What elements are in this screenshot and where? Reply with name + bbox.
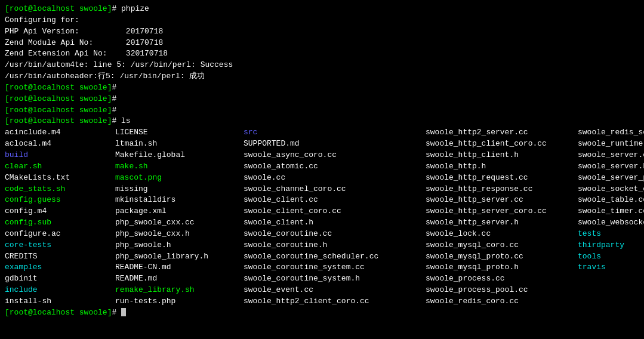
- list-item: swoole_client.h: [244, 217, 426, 229]
- line-autoheader: /usr/bin/autoheader:行5: /usr/bin/perl: 成…: [5, 71, 639, 82]
- list-item: tests: [578, 229, 644, 240]
- list-item: config.m4: [5, 206, 115, 217]
- list-item: mkinstalldirs: [115, 195, 244, 206]
- list-item: CREDITS: [5, 251, 115, 263]
- list-item: swoole_http.h: [426, 161, 578, 172]
- list-item: swoole_timer.cc: [578, 206, 644, 217]
- list-item: swoole_socket_coro.cc: [578, 184, 644, 195]
- cursor: [121, 308, 126, 316]
- line-ls-cmd: [root@localhost swoole]# ls: [5, 116, 639, 127]
- list-item: LICENSE: [115, 127, 244, 138]
- list-item: swoole_client.cc: [244, 195, 426, 206]
- list-item: missing: [115, 184, 244, 195]
- list-item: swoole_mysql_proto.h: [426, 262, 578, 273]
- list-item: php_swoole_cxx.h: [115, 229, 244, 240]
- list-item: run-tests.php: [115, 296, 244, 307]
- list-item: swoole.cc: [244, 172, 426, 184]
- list-item: swoole_process.cc: [426, 273, 578, 285]
- list-item: thirdparty: [578, 240, 644, 251]
- list-item: swoole_async_coro.cc: [244, 150, 426, 161]
- list-item: swoole_http_request.cc: [426, 172, 578, 184]
- list-item: swoole_mysql_proto.cc: [426, 251, 578, 263]
- list-item: swoole_server.h: [578, 161, 644, 172]
- list-item: [578, 273, 644, 285]
- list-item: php_swoole_library.h: [115, 251, 244, 263]
- list-item: gdbinit: [5, 273, 115, 285]
- list-item: aclocal.m4: [5, 138, 115, 150]
- list-item: clear.sh: [5, 161, 115, 172]
- list-item: swoole_coroutine.cc: [244, 229, 426, 240]
- line-blank2: [root@localhost swoole]#: [5, 94, 639, 105]
- list-item: php_swoole.h: [115, 240, 244, 251]
- list-item: configure.ac: [5, 229, 115, 240]
- list-item: travis: [578, 262, 644, 273]
- line-phpize: [root@localhost swoole]# phpize: [5, 4, 639, 15]
- ls-output: acinclude.m4 LICENSE src swoole_http2_se…: [5, 127, 639, 307]
- list-item: examples: [5, 262, 115, 273]
- line-autom4te: /usr/bin/autom4te: line 5: /usr/bin/perl…: [5, 60, 639, 71]
- list-item: swoole_server.cc: [578, 150, 644, 161]
- terminal: [root@localhost swoole]# phpize Configur…: [0, 0, 644, 322]
- list-item: swoole_coroutine_scheduler.cc: [244, 251, 426, 263]
- list-item: SUPPORTED.md: [244, 138, 426, 150]
- list-item: package.xml: [115, 206, 244, 217]
- list-item: swoole_http_server_coro.cc: [426, 206, 578, 217]
- list-item: php_swoole_cxx.cc: [115, 217, 244, 229]
- list-item: mascot.png: [115, 172, 244, 184]
- list-item: core-tests: [5, 240, 115, 251]
- list-item: swoole_lock.cc: [426, 229, 578, 240]
- list-item: tools: [578, 251, 644, 263]
- line-zend-ext: Zend Extension Api No: 320170718: [5, 48, 639, 60]
- list-item: make.sh: [115, 161, 244, 172]
- list-item: [578, 285, 644, 296]
- list-item: README-CN.md: [115, 262, 244, 273]
- list-item: CMakeLists.txt: [5, 172, 115, 184]
- list-item: swoole_channel_coro.cc: [244, 184, 426, 195]
- list-item: swoole_runtime.cc: [578, 138, 644, 150]
- list-item: swoole_http_server.h: [426, 217, 578, 229]
- list-item: swoole_http2_client_coro.cc: [244, 296, 426, 307]
- list-item: swoole_process_pool.cc: [426, 285, 578, 296]
- list-item: swoole_server_port.cc: [578, 172, 644, 184]
- list-item: swoole_coroutine.h: [244, 240, 426, 251]
- list-item: config.sub: [5, 217, 115, 229]
- list-item: swoole_atomic.cc: [244, 161, 426, 172]
- list-item: swoole_coroutine_system.h: [244, 273, 426, 285]
- line-blank3: [root@localhost swoole]#: [5, 105, 639, 116]
- list-item: swoole_http_server.cc: [426, 195, 578, 206]
- list-item: src: [244, 127, 426, 138]
- final-prompt[interactable]: [root@localhost swoole]#: [5, 307, 639, 319]
- line-blank1: [root@localhost swoole]#: [5, 82, 639, 94]
- list-item: Makefile.global: [115, 150, 244, 161]
- list-item: swoole_redis_coro.cc: [426, 296, 578, 307]
- list-item: ltmain.sh: [115, 138, 244, 150]
- list-item: swoole_event.cc: [244, 285, 426, 296]
- list-item: swoole_table.cc: [578, 195, 644, 206]
- list-item: include: [5, 285, 115, 296]
- list-item: README.md: [115, 273, 244, 285]
- list-item: [578, 296, 644, 307]
- line-zend-module: Zend Module Api No: 20170718: [5, 38, 639, 49]
- list-item: swoole_websocket_server.cc: [578, 217, 644, 229]
- list-item: install-sh: [5, 296, 115, 307]
- list-item: swoole_http_client.h: [426, 150, 578, 161]
- line-configuring: Configuring for:: [5, 15, 639, 26]
- list-item: swoole_http_response.cc: [426, 184, 578, 195]
- list-item: swoole_http_client_coro.cc: [426, 138, 578, 150]
- list-item: build: [5, 150, 115, 161]
- list-item: swoole_coroutine_system.cc: [244, 262, 426, 273]
- list-item: code_stats.sh: [5, 184, 115, 195]
- list-item: acinclude.m4: [5, 127, 115, 138]
- list-item: swoole_mysql_coro.cc: [426, 240, 578, 251]
- list-item: swoole_redis_server.cc: [578, 127, 644, 138]
- list-item: swoole_client_coro.cc: [244, 206, 426, 217]
- list-item: config.guess: [5, 195, 115, 206]
- list-item: remake_library.sh: [115, 285, 244, 296]
- list-item: swoole_http2_server.cc: [426, 127, 578, 138]
- line-php-api: PHP Api Version: 20170718: [5, 26, 639, 38]
